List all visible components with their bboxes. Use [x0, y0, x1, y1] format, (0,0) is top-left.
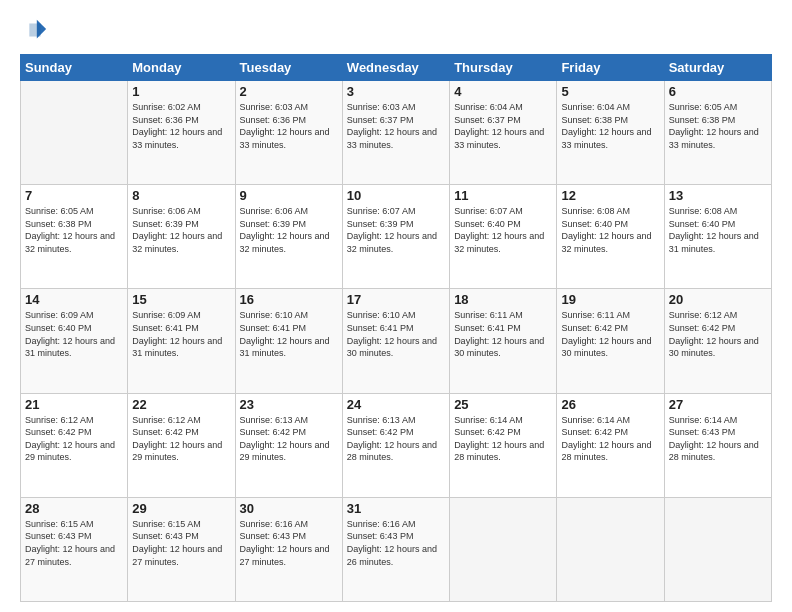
calendar-cell: 1Sunrise: 6:02 AM Sunset: 6:36 PM Daylig…: [128, 81, 235, 185]
calendar-cell: 4Sunrise: 6:04 AM Sunset: 6:37 PM Daylig…: [450, 81, 557, 185]
calendar-cell: 2Sunrise: 6:03 AM Sunset: 6:36 PM Daylig…: [235, 81, 342, 185]
calendar-cell: 3Sunrise: 6:03 AM Sunset: 6:37 PM Daylig…: [342, 81, 449, 185]
day-info: Sunrise: 6:10 AM Sunset: 6:41 PM Dayligh…: [347, 309, 445, 359]
day-number: 3: [347, 84, 445, 99]
day-info: Sunrise: 6:04 AM Sunset: 6:38 PM Dayligh…: [561, 101, 659, 151]
day-info: Sunrise: 6:03 AM Sunset: 6:37 PM Dayligh…: [347, 101, 445, 151]
day-number: 10: [347, 188, 445, 203]
day-info: Sunrise: 6:11 AM Sunset: 6:41 PM Dayligh…: [454, 309, 552, 359]
day-number: 13: [669, 188, 767, 203]
day-number: 5: [561, 84, 659, 99]
calendar-header-row: SundayMondayTuesdayWednesdayThursdayFrid…: [21, 55, 772, 81]
calendar-week-row: 1Sunrise: 6:02 AM Sunset: 6:36 PM Daylig…: [21, 81, 772, 185]
logo-icon: [20, 16, 48, 44]
calendar-cell: 25Sunrise: 6:14 AM Sunset: 6:42 PM Dayli…: [450, 393, 557, 497]
weekday-header: Friday: [557, 55, 664, 81]
day-number: 14: [25, 292, 123, 307]
day-info: Sunrise: 6:14 AM Sunset: 6:42 PM Dayligh…: [454, 414, 552, 464]
header: [20, 16, 772, 44]
day-info: Sunrise: 6:15 AM Sunset: 6:43 PM Dayligh…: [25, 518, 123, 568]
day-number: 6: [669, 84, 767, 99]
calendar-cell: 18Sunrise: 6:11 AM Sunset: 6:41 PM Dayli…: [450, 289, 557, 393]
calendar-cell: 7Sunrise: 6:05 AM Sunset: 6:38 PM Daylig…: [21, 185, 128, 289]
day-info: Sunrise: 6:13 AM Sunset: 6:42 PM Dayligh…: [347, 414, 445, 464]
day-number: 17: [347, 292, 445, 307]
day-info: Sunrise: 6:06 AM Sunset: 6:39 PM Dayligh…: [240, 205, 338, 255]
day-number: 8: [132, 188, 230, 203]
day-number: 28: [25, 501, 123, 516]
day-info: Sunrise: 6:09 AM Sunset: 6:40 PM Dayligh…: [25, 309, 123, 359]
weekday-header: Sunday: [21, 55, 128, 81]
day-info: Sunrise: 6:08 AM Sunset: 6:40 PM Dayligh…: [669, 205, 767, 255]
weekday-header: Wednesday: [342, 55, 449, 81]
calendar-cell: 11Sunrise: 6:07 AM Sunset: 6:40 PM Dayli…: [450, 185, 557, 289]
calendar-cell: 5Sunrise: 6:04 AM Sunset: 6:38 PM Daylig…: [557, 81, 664, 185]
calendar-cell: 27Sunrise: 6:14 AM Sunset: 6:43 PM Dayli…: [664, 393, 771, 497]
day-info: Sunrise: 6:12 AM Sunset: 6:42 PM Dayligh…: [132, 414, 230, 464]
day-info: Sunrise: 6:02 AM Sunset: 6:36 PM Dayligh…: [132, 101, 230, 151]
calendar-week-row: 14Sunrise: 6:09 AM Sunset: 6:40 PM Dayli…: [21, 289, 772, 393]
day-info: Sunrise: 6:14 AM Sunset: 6:42 PM Dayligh…: [561, 414, 659, 464]
day-info: Sunrise: 6:08 AM Sunset: 6:40 PM Dayligh…: [561, 205, 659, 255]
calendar-cell: 8Sunrise: 6:06 AM Sunset: 6:39 PM Daylig…: [128, 185, 235, 289]
day-number: 2: [240, 84, 338, 99]
calendar-cell: [557, 497, 664, 601]
day-number: 7: [25, 188, 123, 203]
svg-marker-1: [29, 23, 40, 36]
calendar-cell: [21, 81, 128, 185]
logo: [20, 16, 52, 44]
page: SundayMondayTuesdayWednesdayThursdayFrid…: [0, 0, 792, 612]
weekday-header: Monday: [128, 55, 235, 81]
day-info: Sunrise: 6:05 AM Sunset: 6:38 PM Dayligh…: [25, 205, 123, 255]
day-info: Sunrise: 6:10 AM Sunset: 6:41 PM Dayligh…: [240, 309, 338, 359]
day-number: 1: [132, 84, 230, 99]
day-info: Sunrise: 6:15 AM Sunset: 6:43 PM Dayligh…: [132, 518, 230, 568]
day-info: Sunrise: 6:13 AM Sunset: 6:42 PM Dayligh…: [240, 414, 338, 464]
calendar-cell: [664, 497, 771, 601]
calendar-week-row: 21Sunrise: 6:12 AM Sunset: 6:42 PM Dayli…: [21, 393, 772, 497]
calendar-cell: 31Sunrise: 6:16 AM Sunset: 6:43 PM Dayli…: [342, 497, 449, 601]
day-info: Sunrise: 6:09 AM Sunset: 6:41 PM Dayligh…: [132, 309, 230, 359]
calendar-cell: 10Sunrise: 6:07 AM Sunset: 6:39 PM Dayli…: [342, 185, 449, 289]
day-info: Sunrise: 6:07 AM Sunset: 6:39 PM Dayligh…: [347, 205, 445, 255]
calendar-cell: 19Sunrise: 6:11 AM Sunset: 6:42 PM Dayli…: [557, 289, 664, 393]
day-number: 21: [25, 397, 123, 412]
day-info: Sunrise: 6:04 AM Sunset: 6:37 PM Dayligh…: [454, 101, 552, 151]
day-number: 26: [561, 397, 659, 412]
weekday-header: Thursday: [450, 55, 557, 81]
calendar-cell: 26Sunrise: 6:14 AM Sunset: 6:42 PM Dayli…: [557, 393, 664, 497]
calendar-cell: 22Sunrise: 6:12 AM Sunset: 6:42 PM Dayli…: [128, 393, 235, 497]
day-number: 4: [454, 84, 552, 99]
day-info: Sunrise: 6:05 AM Sunset: 6:38 PM Dayligh…: [669, 101, 767, 151]
day-info: Sunrise: 6:06 AM Sunset: 6:39 PM Dayligh…: [132, 205, 230, 255]
calendar-cell: [450, 497, 557, 601]
day-info: Sunrise: 6:16 AM Sunset: 6:43 PM Dayligh…: [240, 518, 338, 568]
day-info: Sunrise: 6:03 AM Sunset: 6:36 PM Dayligh…: [240, 101, 338, 151]
day-number: 30: [240, 501, 338, 516]
calendar-cell: 17Sunrise: 6:10 AM Sunset: 6:41 PM Dayli…: [342, 289, 449, 393]
calendar: SundayMondayTuesdayWednesdayThursdayFrid…: [20, 54, 772, 602]
day-info: Sunrise: 6:11 AM Sunset: 6:42 PM Dayligh…: [561, 309, 659, 359]
calendar-cell: 23Sunrise: 6:13 AM Sunset: 6:42 PM Dayli…: [235, 393, 342, 497]
day-number: 19: [561, 292, 659, 307]
day-number: 23: [240, 397, 338, 412]
weekday-header: Saturday: [664, 55, 771, 81]
day-number: 11: [454, 188, 552, 203]
weekday-header: Tuesday: [235, 55, 342, 81]
day-number: 22: [132, 397, 230, 412]
calendar-cell: 20Sunrise: 6:12 AM Sunset: 6:42 PM Dayli…: [664, 289, 771, 393]
day-number: 12: [561, 188, 659, 203]
calendar-cell: 13Sunrise: 6:08 AM Sunset: 6:40 PM Dayli…: [664, 185, 771, 289]
calendar-cell: 9Sunrise: 6:06 AM Sunset: 6:39 PM Daylig…: [235, 185, 342, 289]
day-number: 15: [132, 292, 230, 307]
day-number: 18: [454, 292, 552, 307]
calendar-week-row: 7Sunrise: 6:05 AM Sunset: 6:38 PM Daylig…: [21, 185, 772, 289]
day-info: Sunrise: 6:07 AM Sunset: 6:40 PM Dayligh…: [454, 205, 552, 255]
calendar-cell: 14Sunrise: 6:09 AM Sunset: 6:40 PM Dayli…: [21, 289, 128, 393]
day-number: 24: [347, 397, 445, 412]
day-info: Sunrise: 6:16 AM Sunset: 6:43 PM Dayligh…: [347, 518, 445, 568]
calendar-cell: 28Sunrise: 6:15 AM Sunset: 6:43 PM Dayli…: [21, 497, 128, 601]
calendar-cell: 6Sunrise: 6:05 AM Sunset: 6:38 PM Daylig…: [664, 81, 771, 185]
calendar-cell: 21Sunrise: 6:12 AM Sunset: 6:42 PM Dayli…: [21, 393, 128, 497]
day-number: 16: [240, 292, 338, 307]
